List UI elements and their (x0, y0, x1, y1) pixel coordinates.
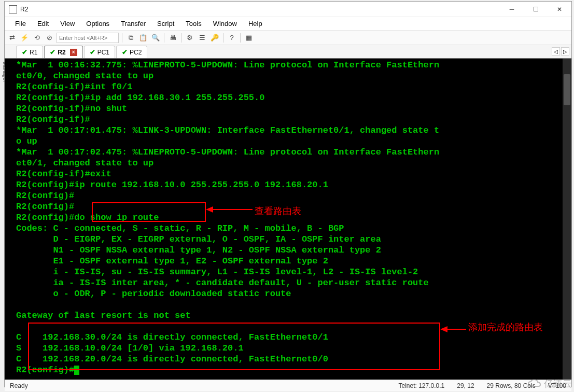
menu-help[interactable]: Help (243, 18, 268, 29)
app-icon (9, 5, 17, 13)
terminal-output[interactable]: *Mar 1 00:16:32.775: %LINEPROTO-5-UPDOWN… (5, 59, 571, 380)
tab-next-button[interactable]: ▷ (561, 47, 569, 55)
menu-script[interactable]: Script (152, 18, 179, 29)
menu-view[interactable]: View (55, 18, 80, 29)
tab-r1[interactable]: ✔R1 (16, 46, 43, 58)
status-ready: Ready (10, 382, 28, 389)
help-icon[interactable]: ? (227, 33, 237, 43)
separator (240, 33, 241, 43)
menu-options[interactable]: Options (81, 18, 115, 29)
connect-icon[interactable]: ⇄ (7, 33, 17, 43)
watermark: 亿速云 (526, 377, 572, 390)
session-options-icon[interactable]: ☰ (197, 33, 207, 43)
window-title: R2 (20, 6, 28, 13)
tab-pc2[interactable]: ✔PC2 (116, 46, 147, 58)
host-input[interactable] (57, 33, 119, 43)
separator (164, 33, 164, 43)
cursor (74, 366, 79, 375)
print-icon[interactable]: 🖶 (167, 33, 178, 43)
find-icon[interactable]: 🔍 (150, 33, 161, 43)
toggle-icon[interactable]: ▦ (244, 33, 254, 43)
menu-transfer[interactable]: Transfer (116, 18, 151, 29)
status-position: 29, 12 (457, 382, 474, 389)
key-icon[interactable]: 🔑 (209, 33, 220, 43)
scrollbar-thumb[interactable] (564, 74, 570, 105)
paste-icon[interactable]: 📋 (138, 33, 148, 43)
menubar: File Edit View Options Transfer Script T… (5, 17, 571, 31)
maximize-button[interactable]: ☐ (524, 2, 548, 17)
separator (122, 33, 122, 43)
check-icon: ✔ (22, 48, 27, 56)
check-icon: ✔ (50, 48, 55, 56)
tab-pc1[interactable]: ✔PC1 (84, 46, 115, 58)
cloud-icon (526, 378, 542, 389)
disconnect-icon[interactable]: ⊘ (44, 33, 54, 43)
options-icon[interactable]: ⚙ (185, 33, 195, 43)
tab-close-icon[interactable]: × (70, 49, 77, 56)
close-button[interactable]: ✕ (548, 2, 571, 17)
tab-prev-button[interactable]: ◁ (552, 47, 560, 55)
status-connection: Telnet: 127.0.0.1 (398, 382, 444, 389)
menu-file[interactable]: File (10, 18, 31, 29)
separator (223, 33, 223, 43)
check-icon: ✔ (90, 48, 95, 56)
tab-r2[interactable]: ✔R2× (44, 46, 82, 58)
titlebar: R2 ─ ☐ ✕ (5, 2, 571, 17)
check-icon: ✔ (122, 48, 128, 56)
quick-connect-icon[interactable]: ⚡ (19, 33, 30, 43)
statusbar: Ready Telnet: 127.0.0.1 29, 12 29 Rows, … (5, 380, 571, 391)
copy-icon[interactable]: ⧉ (125, 33, 136, 43)
app-window: R2 ─ ☐ ✕ File Edit View Options Transfer… (4, 1, 572, 387)
separator (181, 33, 181, 43)
toolbar: ⇄ ⚡ ⟲ ⊘ ⧉ 📋 🔍 🖶 ⚙ ☰ 🔑 ? ▦ (5, 31, 571, 45)
scrollbar-vertical[interactable] (563, 59, 571, 380)
menu-tools[interactable]: Tools (180, 18, 206, 29)
menu-edit[interactable]: Edit (32, 18, 54, 29)
tabbar: ✔R1 ✔R2× ✔PC1 ✔PC2 ◁ ▷ (5, 45, 571, 59)
minimize-button[interactable]: ─ (500, 2, 524, 17)
menu-window[interactable]: Window (208, 18, 242, 29)
reconnect-icon[interactable]: ⟲ (32, 33, 42, 43)
